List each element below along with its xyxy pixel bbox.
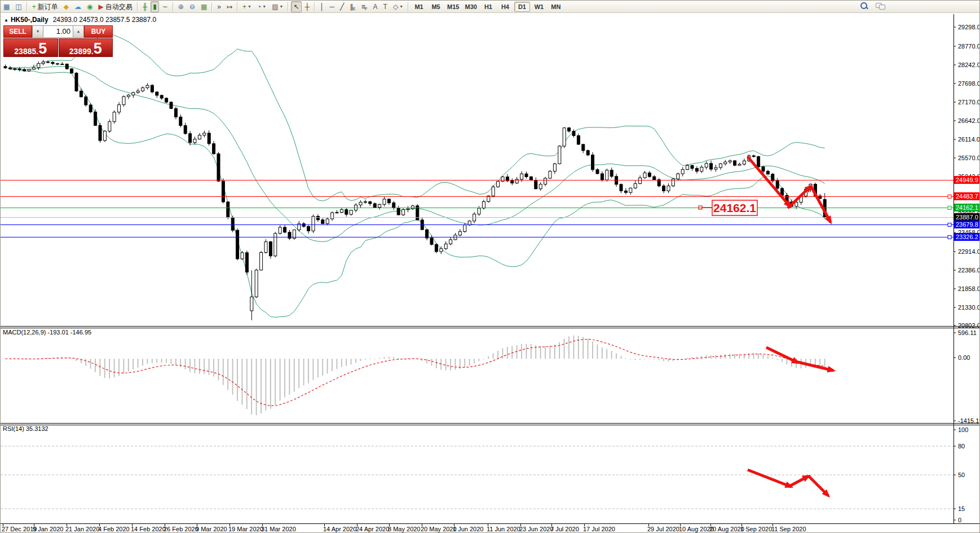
text-button[interactable]: A	[371, 1, 380, 12]
macd-histogram-bar	[654, 359, 655, 359]
timeframe-button-m5[interactable]: M5	[428, 2, 444, 12]
price-annotation[interactable]: 24162.1	[699, 200, 757, 215]
chevron-down-icon: ▼	[262, 2, 266, 12]
toolbar-separator	[137, 2, 138, 11]
macd-histogram-bar	[156, 359, 157, 363]
rsi-tick-label: 50	[958, 472, 965, 478]
new-order-label: 新订单	[38, 2, 58, 12]
main-trend-arrow	[811, 186, 831, 222]
macd-tick-label: -1415.19	[958, 417, 980, 424]
macd-histogram-bar	[426, 359, 427, 363]
trendline-button[interactable]: ╱	[338, 1, 346, 12]
sell-price[interactable]: 23885.5	[3, 38, 58, 57]
zoom-in-button[interactable]: ⊕	[176, 1, 186, 12]
line-chart-button[interactable]: ∼	[160, 1, 170, 12]
history-center-button[interactable]: ◆	[61, 1, 71, 12]
fibonacci-button[interactable]: ≡F	[359, 1, 370, 12]
price-axis[interactable]: 29298.028770.028242.027698.027170.026642…	[953, 24, 980, 523]
macd-histogram-bar	[568, 337, 570, 359]
template-button[interactable]: ▨▼	[270, 1, 285, 12]
timeframe-button-m30[interactable]: M30	[463, 2, 479, 12]
toolbar-separator	[314, 2, 315, 11]
timeframe-button-w1[interactable]: W1	[531, 2, 547, 12]
channel-button[interactable]: ∥E	[347, 1, 357, 12]
timeframe-button-m15[interactable]: M15	[445, 2, 461, 12]
buy-price[interactable]: 23899.5	[59, 38, 113, 57]
macd-histogram-bar	[185, 359, 186, 369]
auto-trading-button[interactable]: ▶自动交易	[96, 1, 134, 12]
timeframe-button-h1[interactable]: H1	[480, 2, 496, 12]
macd-histogram-bar	[521, 344, 522, 359]
news-button[interactable]: ◉	[85, 1, 95, 12]
candle-body	[440, 249, 443, 252]
market-watch-button[interactable]: ▦	[1, 1, 12, 12]
period-button[interactable]: ◔▼	[255, 1, 268, 12]
candlestick-chart-button[interactable]: ▮	[151, 1, 159, 12]
candle-body	[383, 199, 386, 204]
data-window-button[interactable]: ◫	[13, 1, 24, 12]
search-icon[interactable]	[860, 2, 868, 10]
candlesticks	[4, 60, 826, 320]
crosshair-button[interactable]: ┼	[303, 1, 312, 12]
toolbar-separator	[173, 2, 174, 11]
volume-input[interactable]: 1.00	[43, 25, 73, 38]
indicators-icon: +	[242, 2, 246, 12]
tile-windows-button[interactable]: ▦	[198, 1, 209, 12]
timeframe-button-d1[interactable]: D1	[514, 2, 530, 12]
price-line-handle	[948, 223, 951, 227]
candle-body	[269, 242, 272, 256]
chat-icon[interactable]	[876, 2, 885, 10]
zoom-out-button[interactable]: ⊖	[187, 1, 197, 12]
volume-decrease-button[interactable]: ▼	[32, 25, 43, 38]
toolbar-right-icons	[860, 2, 885, 10]
chart-shift-button[interactable]: ↦	[224, 1, 235, 12]
timeframe-button-mn[interactable]: MN	[548, 2, 564, 12]
candle-body	[264, 242, 267, 253]
candle-body	[331, 213, 334, 219]
horizontal-line-button[interactable]: ─	[328, 1, 337, 12]
data-window-icon: ◫	[15, 2, 21, 12]
macd-histogram-bar	[649, 359, 650, 359]
macd-histogram-bar	[138, 359, 139, 368]
community-button[interactable]: ☁	[72, 1, 83, 12]
shapes-button[interactable]: ◇▼	[391, 1, 405, 12]
timeframe-button-m1[interactable]: M1	[411, 2, 427, 12]
macd-histogram-bar	[128, 359, 129, 372]
macd-histogram-bar	[180, 359, 181, 367]
main-trend-arrow	[748, 157, 790, 206]
text-label-button[interactable]: T	[381, 1, 390, 12]
candle-body	[80, 91, 82, 96]
candle-body	[103, 131, 106, 141]
candle-body	[681, 170, 684, 174]
auto-scroll-button[interactable]: »	[215, 1, 223, 12]
candle-body	[397, 208, 400, 215]
volume-increase-button[interactable]: ▲	[73, 25, 84, 38]
cursor-button[interactable]: ↖	[291, 1, 301, 12]
macd-histogram-bar	[772, 358, 773, 359]
macd-histogram-bar	[47, 358, 48, 359]
vertical-line-button[interactable]: │	[317, 1, 326, 12]
candle-body	[657, 179, 660, 186]
indicators-button[interactable]: +▼	[240, 1, 254, 12]
candle-body	[132, 92, 135, 95]
buy-price-frac: 5	[94, 42, 102, 56]
macd-histogram-bar	[517, 345, 518, 359]
macd-histogram-bar	[266, 359, 267, 411]
candle-body	[364, 202, 367, 202]
candle-body	[51, 62, 54, 63]
macd-histogram-bar	[133, 359, 134, 369]
date-tick-label: 24 Apr 2020	[356, 526, 389, 532]
time-axis[interactable]: 27 Dec 20199 Jan 202021 Jan 20204 Feb 20…	[2, 524, 806, 532]
date-tick-label: 31 Mar 2020	[261, 526, 296, 532]
collapse-one-click-icon[interactable]: ▲	[4, 17, 8, 23]
macd-histogram-bar	[582, 337, 584, 359]
bar-chart-button[interactable]: ╫	[140, 1, 150, 12]
candle-body	[340, 210, 343, 213]
candle-body	[387, 199, 390, 203]
price-chart-surface[interactable]: 29298.028770.028242.027698.027170.026642…	[1, 1, 980, 533]
new-order-button[interactable]: +新订单	[30, 1, 60, 12]
sell-button[interactable]: SELL	[3, 25, 32, 38]
buy-button[interactable]: BUY	[84, 25, 113, 38]
candle-body	[108, 122, 111, 131]
timeframe-button-h4[interactable]: H4	[497, 2, 513, 12]
